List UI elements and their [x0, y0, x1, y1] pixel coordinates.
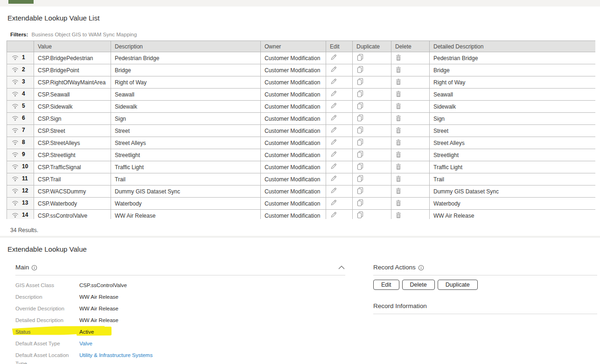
trash-icon[interactable]: [395, 54, 402, 61]
cell-value: CSP.Sign: [34, 113, 111, 125]
trash-icon[interactable]: [395, 187, 402, 194]
pencil-icon[interactable]: [330, 211, 337, 219]
copy-icon[interactable]: [356, 66, 364, 73]
field-value[interactable]: Utility & Infrastructure Systems: [79, 352, 153, 358]
chevron-up-icon[interactable]: [338, 265, 345, 270]
delete-button[interactable]: Delete: [402, 280, 435, 290]
cell-delete: [391, 149, 430, 161]
cell-delete: [391, 198, 430, 210]
pencil-icon[interactable]: [330, 114, 337, 122]
cell-value: CSP.WACSDummy: [34, 185, 111, 198]
info-icon[interactable]: [31, 265, 37, 271]
cell-owner: Customer Modification: [261, 125, 326, 137]
copy-icon[interactable]: [356, 114, 364, 122]
pencil-icon[interactable]: [330, 66, 337, 73]
field-label: Status: [15, 329, 31, 335]
wifi-icon[interactable]: [12, 200, 19, 206]
wifi-icon[interactable]: [12, 79, 19, 85]
cell-value: CSP.TrafficSignal: [34, 161, 111, 173]
row-drill-cell: 12: [7, 185, 34, 198]
header-edit: Edit: [326, 41, 353, 52]
wifi-icon[interactable]: [12, 176, 19, 182]
trash-icon[interactable]: [395, 66, 402, 73]
table-row: 5 CSP.Sidewalk Sidewalk Customer Modific…: [7, 101, 596, 113]
field-value[interactable]: Valve: [79, 341, 92, 346]
copy-icon[interactable]: [356, 175, 364, 182]
pencil-icon[interactable]: [330, 54, 337, 61]
trash-icon[interactable]: [395, 163, 402, 170]
row-number: 5: [22, 103, 25, 109]
wifi-icon[interactable]: [12, 151, 19, 158]
trash-icon[interactable]: [395, 175, 402, 182]
trash-icon[interactable]: [395, 78, 402, 85]
cell-description: Traffic Light: [111, 161, 261, 173]
wifi-icon[interactable]: [12, 55, 19, 61]
pencil-icon[interactable]: [330, 187, 337, 194]
trash-icon[interactable]: [395, 127, 402, 134]
field-label: Description: [15, 294, 42, 300]
copy-icon[interactable]: [356, 211, 364, 219]
copy-icon[interactable]: [356, 151, 364, 158]
wifi-icon[interactable]: [12, 91, 19, 97]
cell-duplicate: [353, 101, 391, 113]
cell-edit: [326, 198, 353, 210]
cell-duplicate: [353, 52, 391, 64]
pencil-icon[interactable]: [330, 78, 337, 85]
pencil-icon[interactable]: [330, 90, 337, 97]
row-drill-cell: 8: [7, 137, 34, 149]
cell-value: CSP.BridgePedestrian: [34, 52, 111, 64]
pencil-icon[interactable]: [330, 138, 337, 146]
row-number: 12: [22, 187, 28, 194]
wifi-icon[interactable]: [12, 188, 19, 194]
pencil-icon[interactable]: [330, 163, 337, 170]
edit-button[interactable]: Edit: [373, 280, 399, 290]
table-row: 6 CSP.Sign Sign Customer Modification Si…: [7, 113, 596, 125]
cell-owner: Customer Modification: [261, 101, 326, 113]
copy-icon[interactable]: [356, 54, 364, 61]
duplicate-button[interactable]: Duplicate: [438, 280, 478, 290]
header-detailed-description: Detailed Description: [430, 41, 596, 52]
copy-icon[interactable]: [356, 78, 364, 85]
pencil-icon[interactable]: [330, 175, 337, 182]
app-tab-indicator[interactable]: [8, 0, 34, 4]
cell-detailed-description: Seawall: [430, 89, 596, 101]
copy-icon[interactable]: [356, 163, 364, 170]
pencil-icon[interactable]: [330, 126, 337, 134]
wifi-icon[interactable]: [12, 67, 19, 73]
header-duplicate: Duplicate: [353, 41, 391, 52]
copy-icon[interactable]: [356, 102, 364, 110]
trash-icon[interactable]: [395, 103, 402, 110]
trash-icon[interactable]: [395, 151, 402, 158]
wifi-icon[interactable]: [12, 127, 19, 133]
trash-icon[interactable]: [395, 139, 402, 146]
trash-icon[interactable]: [395, 199, 402, 206]
pencil-icon[interactable]: [330, 102, 337, 110]
cell-description: Streetlight: [111, 149, 261, 161]
pencil-icon[interactable]: [330, 151, 337, 158]
wifi-icon[interactable]: [12, 139, 19, 145]
cell-description: Street: [111, 125, 261, 137]
wifi-icon[interactable]: [12, 103, 19, 109]
trash-icon[interactable]: [395, 212, 402, 219]
table-header-row: Value Description Owner Edit Duplicate D…: [7, 41, 596, 52]
cell-detailed-description: Street Alleys: [430, 137, 596, 149]
wifi-icon[interactable]: [12, 164, 19, 170]
cell-detailed-description: Traffic Light: [430, 161, 596, 173]
copy-icon[interactable]: [356, 126, 364, 134]
wifi-icon[interactable]: [12, 115, 19, 121]
info-icon[interactable]: [418, 265, 424, 271]
list-page-title: Extendable Lookup Value List: [7, 14, 600, 22]
main-fields: GIS Asset Class CSP.ssControlValve Descr…: [15, 281, 345, 364]
wifi-icon[interactable]: [12, 212, 19, 218]
row-number: 10: [22, 163, 28, 170]
copy-icon[interactable]: [356, 199, 364, 206]
trash-icon[interactable]: [395, 90, 402, 97]
row-drill-cell: 7: [7, 125, 34, 137]
pencil-icon[interactable]: [330, 199, 337, 206]
trash-icon[interactable]: [395, 115, 402, 122]
row-drill-cell: 4: [7, 89, 34, 101]
cell-duplicate: [353, 198, 391, 210]
copy-icon[interactable]: [356, 138, 364, 146]
copy-icon[interactable]: [356, 90, 364, 97]
copy-icon[interactable]: [356, 187, 364, 194]
